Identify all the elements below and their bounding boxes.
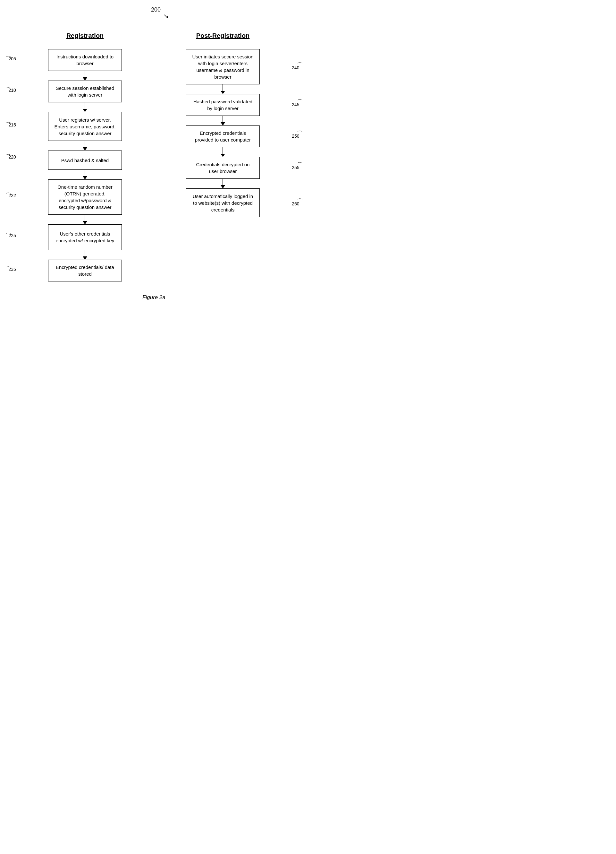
step-215-box: User registers w/ server. Enters usernam… — [48, 112, 122, 141]
step-255-text: Credentials decrypted on user browser — [192, 161, 254, 175]
step-255-box: Credentials decrypted on user browser — [186, 157, 260, 179]
arrow-post-3 — [221, 147, 225, 157]
step-220-box: Pswd hashed & salted — [48, 151, 122, 170]
step-222-box: One-time random number (OTRN) generated,… — [48, 179, 122, 215]
step-205: 205 ⌒ Instructions downloaded to browser — [23, 49, 147, 71]
step-222: 222 ⌒ One-time random number (OTRN) gene… — [23, 179, 147, 215]
step-250: Encrypted credentials provided to user c… — [161, 125, 285, 147]
step-225: 225 ⌒ User's other credentials encrypted… — [23, 224, 147, 250]
step-215-text: User registers w/ server. Enters usernam… — [53, 116, 116, 137]
step-235-text: Encrypted credentials/ data stored — [53, 264, 116, 277]
registration-title: Registration — [66, 32, 104, 40]
step-245-text: Hashed password validated by login serve… — [192, 98, 254, 112]
step-210-text: Secure session established with login se… — [53, 85, 116, 98]
step-210: 210 ⌒ Secure session established with lo… — [23, 81, 147, 102]
step-205-box: Instructions downloaded to browser — [48, 49, 122, 71]
step-235-box: Encrypted credentials/ data stored — [48, 260, 122, 281]
arrow-indicator: ↘ — [163, 12, 169, 20]
registration-column: Registration 205 ⌒ Instructions download… — [23, 32, 147, 281]
arrow-4 — [83, 170, 87, 179]
step-245: Hashed password validated by login serve… — [161, 94, 285, 116]
step-260-box: User automatically logged in to website(… — [186, 188, 260, 217]
step-210-box: Secure session established with login se… — [48, 81, 122, 102]
arrow-5 — [83, 215, 87, 224]
step-240: User initiates secure session with login… — [161, 49, 285, 84]
step-222-text: One-time random number (OTRN) generated,… — [53, 184, 116, 210]
arrow-6 — [83, 250, 87, 260]
step-220: 220 ⌒ Pswd hashed & salted — [23, 151, 147, 170]
arrow-post-2 — [221, 116, 225, 125]
arrow-post-4 — [221, 179, 225, 188]
figure-caption: Figure 2a — [6, 294, 301, 301]
step-245-box: Hashed password validated by login serve… — [186, 94, 260, 116]
arrow-1 — [83, 71, 87, 81]
arrow-3 — [83, 141, 87, 151]
step-225-text: User's other credentials encrypted w/ en… — [53, 230, 116, 244]
step-225-box: User's other credentials encrypted w/ en… — [48, 224, 122, 250]
arrow-2 — [83, 102, 87, 112]
step-260-text: User automatically logged in to website(… — [192, 193, 254, 213]
step-235: 235 ⌒ Encrypted credentials/ data stored — [23, 260, 147, 281]
step-205-text: Instructions downloaded to browser — [53, 53, 116, 67]
step-240-box: User initiates secure session with login… — [186, 49, 260, 84]
step-240-text: User initiates secure session with login… — [192, 53, 254, 80]
arrow-post-1 — [221, 84, 225, 94]
step-250-text: Encrypted credentials provided to user c… — [192, 130, 254, 143]
post-registration-column: Post-Registration User initiates secure … — [161, 32, 285, 281]
post-registration-title: Post-Registration — [196, 32, 250, 40]
step-250-box: Encrypted credentials provided to user c… — [186, 125, 260, 147]
figure-id-label: 200 — [151, 6, 161, 13]
step-255: Credentials decrypted on user browser 25… — [161, 157, 285, 179]
step-260: User automatically logged in to website(… — [161, 188, 285, 217]
step-215: 215 ⌒ User registers w/ server. Enters u… — [23, 112, 147, 141]
step-220-text: Pswd hashed & salted — [61, 157, 109, 164]
